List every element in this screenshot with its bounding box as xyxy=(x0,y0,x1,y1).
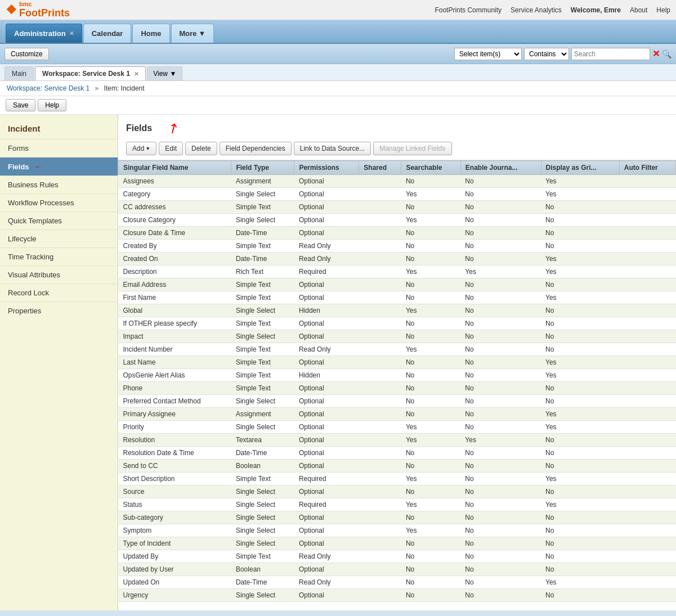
table-row[interactable]: Last Name Simple Text Optional No No Yes xyxy=(119,356,676,369)
table-row[interactable]: Sub-category Single Select Optional No N… xyxy=(119,511,676,524)
cell-journal: No xyxy=(460,240,541,253)
search-submit-icon[interactable]: 🔍 xyxy=(662,50,671,59)
cell-filter xyxy=(619,330,675,343)
search-item-select[interactable]: Select item(s) xyxy=(454,48,522,60)
cell-display: No xyxy=(541,227,619,240)
cell-type: Simple Text xyxy=(231,240,294,253)
subtab-main[interactable]: Main xyxy=(5,66,34,80)
table-row[interactable]: Phone Simple Text Optional No No No xyxy=(119,382,676,395)
cell-display: Yes xyxy=(541,498,619,511)
table-row[interactable]: Symptom Single Select Optional Yes No No xyxy=(119,524,676,537)
add-arrow-indicator: ↗ xyxy=(165,119,182,138)
toolbar-right: Select item(s) Contains ✕ 🔍 xyxy=(454,48,671,60)
table-row[interactable]: Status Single Select Required Yes No Yes xyxy=(119,498,676,511)
edit-button[interactable]: Edit xyxy=(159,142,183,155)
table-row[interactable]: Closure Date & Time Date-Time Optional N… xyxy=(119,227,676,240)
table-row[interactable]: Source Single Select Optional No No No xyxy=(119,485,676,498)
table-row[interactable]: Description Rich Text Required Yes Yes Y… xyxy=(119,266,676,278)
subtab-workspace[interactable]: Workspace: Service Desk 1 ✕ xyxy=(35,66,146,80)
add-button[interactable]: Add ▼ xyxy=(126,142,156,155)
table-row[interactable]: Send to CC Boolean Optional No No No xyxy=(119,460,676,473)
cell-filter xyxy=(619,550,675,563)
subtab-workspace-close[interactable]: ✕ xyxy=(134,71,138,77)
table-row[interactable]: Updated by User Boolean Optional No No N… xyxy=(119,563,676,576)
about-link[interactable]: About xyxy=(630,6,647,14)
save-button[interactable]: Save xyxy=(6,99,35,111)
table-row[interactable]: Type of Incident Single Select Optional … xyxy=(119,537,676,550)
cell-filter xyxy=(619,175,675,188)
table-row[interactable]: Assignees Assignment Optional No No Yes xyxy=(119,175,676,188)
subtab-view[interactable]: View ▼ xyxy=(147,66,182,80)
table-row[interactable]: CC addresses Simple Text Optional No No … xyxy=(119,201,676,214)
table-row[interactable]: Primary Assignee Assignment Optional No … xyxy=(119,408,676,421)
sidebar-item-workflow-processes[interactable]: Workflow Processes xyxy=(0,194,118,212)
table-row[interactable]: Created By Simple Text Read Only No No N… xyxy=(119,240,676,253)
search-input[interactable] xyxy=(571,48,650,60)
sidebar-item-record-lock[interactable]: Record Lock xyxy=(0,284,118,302)
field-dependencies-button[interactable]: Field Dependencies xyxy=(220,142,292,155)
table-row[interactable]: Priority Single Select Optional Yes No Y… xyxy=(119,421,676,434)
tab-administration-close[interactable]: ✕ xyxy=(69,30,74,37)
cell-shared xyxy=(359,291,401,304)
sidebar-item-fields[interactable]: Fields ← xyxy=(0,157,118,176)
table-row[interactable]: Created On Date-Time Read Only No No Yes xyxy=(119,253,676,266)
link-to-data-source-button[interactable]: Link to Data Source... xyxy=(294,142,371,155)
delete-button[interactable]: Delete xyxy=(185,142,217,155)
cell-type: Rich Text xyxy=(231,266,294,278)
cell-shared xyxy=(359,447,401,460)
table-row[interactable]: Resolution Textarea Optional Yes Yes No xyxy=(119,434,676,447)
analytics-link[interactable]: Service Analytics xyxy=(511,6,562,14)
table-row[interactable]: Incident Number Simple Text Read Only Ye… xyxy=(119,343,676,356)
sidebar-item-lifecycle[interactable]: Lifecycle xyxy=(0,230,118,248)
table-row[interactable]: Updated By Simple Text Read Only No No N… xyxy=(119,550,676,563)
sidebar: Incident Forms Fields ← Business Rules W… xyxy=(0,115,118,610)
help-button[interactable]: Help xyxy=(38,99,66,111)
cell-filter xyxy=(619,498,675,511)
cell-shared xyxy=(359,498,401,511)
sidebar-item-time-tracking[interactable]: Time Tracking xyxy=(0,248,118,266)
cell-type: Date-Time xyxy=(231,227,294,240)
table-row[interactable]: Email Address Simple Text Optional No No… xyxy=(119,278,676,291)
welcome-link[interactable]: Welcome, Emre xyxy=(571,6,621,14)
table-row[interactable]: Short Description Simple Text Required Y… xyxy=(119,473,676,485)
sidebar-item-properties[interactable]: Properties xyxy=(0,302,118,320)
table-row[interactable]: Impact Single Select Optional No No No xyxy=(119,330,676,343)
tab-home[interactable]: Home xyxy=(132,24,169,43)
search-contains-select[interactable]: Contains xyxy=(524,48,569,60)
breadcrumb-link[interactable]: Workspace: Service Desk 1 xyxy=(7,84,89,92)
cell-type: Single Select xyxy=(231,511,294,524)
sidebar-item-quick-templates[interactable]: Quick Templates xyxy=(0,212,118,230)
cell-shared xyxy=(359,460,401,473)
cell-searchable: No xyxy=(401,227,460,240)
tab-calendar[interactable]: Calendar xyxy=(83,24,132,43)
cell-name: Urgency xyxy=(119,589,231,602)
sidebar-item-forms[interactable]: Forms xyxy=(0,139,118,157)
table-row[interactable]: Resolution Date & Time Date-Time Optiona… xyxy=(119,447,676,460)
right-panel: Fields ↗ Add ▼ Edit Delete Field Depende… xyxy=(118,115,676,610)
community-link[interactable]: FootPrints Community xyxy=(435,6,502,14)
cell-permissions: Read Only xyxy=(294,576,359,589)
table-row[interactable]: If OTHER please specify Simple Text Opti… xyxy=(119,317,676,330)
cell-journal: No xyxy=(460,511,541,524)
table-row[interactable]: Updated On Date-Time Read Only No No Yes xyxy=(119,576,676,589)
search-clear-icon[interactable]: ✕ xyxy=(652,48,660,59)
table-row[interactable]: Category Single Select Optional Yes No Y… xyxy=(119,188,676,201)
table-row[interactable]: Closure Category Single Select Optional … xyxy=(119,214,676,227)
help-link[interactable]: Help xyxy=(656,6,670,14)
cell-display: Yes xyxy=(541,473,619,485)
table-row[interactable]: Preferred Contact Method Single Select O… xyxy=(119,395,676,408)
customize-button[interactable]: Customize xyxy=(5,48,49,60)
table-row[interactable]: First Name Simple Text Optional No No Ye… xyxy=(119,291,676,304)
table-row[interactable]: Urgency Single Select Optional No No No xyxy=(119,589,676,602)
cell-journal: No xyxy=(460,278,541,291)
manage-linked-fields-button[interactable]: Manage Linked Fields xyxy=(373,142,451,155)
table-row[interactable]: OpsGenie Alert Alias Simple Text Hidden … xyxy=(119,369,676,382)
sidebar-item-visual-attributes[interactable]: Visual Attributes xyxy=(0,266,118,284)
tab-more[interactable]: More ▼ xyxy=(171,24,214,43)
cell-searchable: No xyxy=(401,317,460,330)
table-row[interactable]: Global Single Select Hidden Yes No No xyxy=(119,304,676,317)
sidebar-item-business-rules[interactable]: Business Rules xyxy=(0,176,118,194)
cell-shared xyxy=(359,188,401,201)
cell-shared xyxy=(359,227,401,240)
tab-administration[interactable]: Administration ✕ xyxy=(6,24,82,43)
